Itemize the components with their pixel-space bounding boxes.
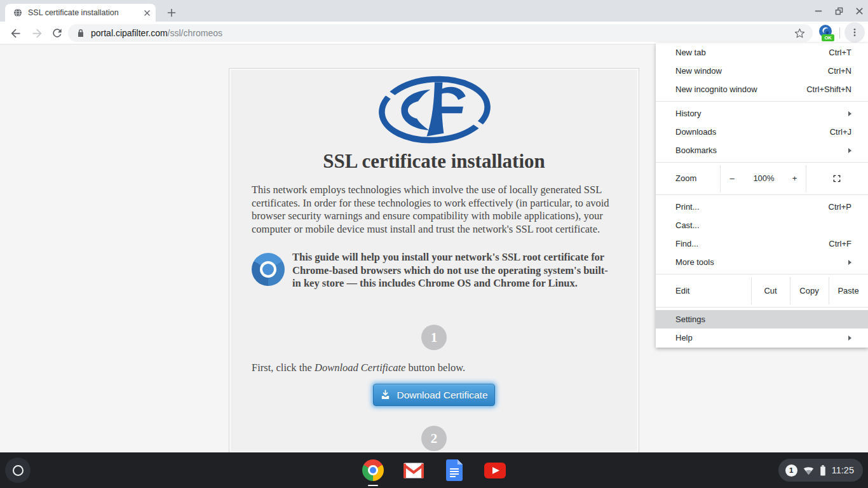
menu-separator	[656, 274, 868, 274]
page-title: SSL certificate installation	[229, 150, 639, 173]
new-tab-button[interactable]	[163, 4, 180, 21]
docs-logo-icon	[446, 459, 463, 481]
shortcut-label: Ctrl+J	[830, 127, 851, 137]
window-close-button[interactable]	[853, 5, 865, 17]
download-certificate-button[interactable]: Download Certificate	[373, 384, 495, 406]
chrome-logo-icon	[362, 459, 384, 481]
tab-title: SSL certificate installation	[28, 8, 144, 17]
tab-strip: SSL certificate installation	[0, 0, 868, 22]
menu-zoom-row: Zoom – 100% +	[656, 165, 868, 192]
youtube-app-icon[interactable]	[484, 459, 506, 481]
url-host: portal.cipafilter.com	[91, 28, 168, 38]
menu-item-new-window[interactable]: New windowCtrl+N	[656, 62, 868, 80]
menu-separator	[656, 101, 868, 102]
menu-item-history[interactable]: History	[656, 104, 868, 123]
menu-item-settings[interactable]: Settings	[656, 310, 868, 329]
zoom-level-value: 100%	[744, 165, 783, 192]
toolbar-divider	[839, 27, 840, 39]
zoom-out-button[interactable]: –	[720, 165, 744, 192]
fullscreen-icon	[832, 174, 841, 183]
menu-item-new-tab[interactable]: New tabCtrl+T	[656, 43, 868, 62]
menu-item-cast[interactable]: Cast...	[656, 216, 868, 234]
submenu-arrow-icon	[848, 336, 851, 341]
menu-item-bookmarks[interactable]: Bookmarks	[656, 141, 868, 159]
menu-item-find[interactable]: Find...Ctrl+F	[656, 234, 868, 253]
browser-menu-button[interactable]	[844, 22, 865, 43]
menu-item-new-incognito-window[interactable]: New incognito windowCtrl+Shift+N	[656, 80, 868, 98]
address-bar[interactable]: portal.cipafilter.com/ssl/chromeos	[68, 24, 813, 42]
docs-app-icon[interactable]	[444, 459, 465, 481]
menu-separator	[656, 307, 868, 308]
guide-note-text: This guide will help you install your ne…	[292, 251, 613, 290]
step-1-instruction: First, click the Download Certificate bu…	[252, 362, 465, 374]
menu-item-more-tools[interactable]: More tools	[656, 253, 868, 271]
shortcut-label: Ctrl+N	[828, 66, 851, 76]
wifi-icon	[803, 466, 814, 475]
menu-item-print[interactable]: Print...Ctrl+P	[656, 198, 868, 216]
paste-button[interactable]: Paste	[829, 277, 868, 304]
youtube-logo-icon	[484, 463, 506, 478]
download-icon	[380, 390, 391, 400]
menu-item-help[interactable]: Help	[656, 329, 868, 347]
chromium-icon	[252, 253, 285, 286]
battery-icon	[820, 465, 826, 476]
shortcut-label: Ctrl+P	[829, 202, 851, 212]
content-card: SSL certificate installation This networ…	[229, 68, 639, 452]
url-path: /ssl/chromeos	[168, 28, 222, 38]
copy-button[interactable]: Copy	[790, 277, 829, 304]
intro-paragraph: This network employs technologies which …	[252, 184, 619, 236]
gmail-app-icon[interactable]	[403, 459, 424, 481]
edit-label: Edit	[675, 277, 689, 304]
shortcut-label: Ctrl+F	[829, 239, 851, 248]
active-app-indicator	[368, 485, 378, 487]
menu-item-downloads[interactable]: DownloadsCtrl+J	[656, 123, 868, 141]
window-restore-button[interactable]	[833, 5, 844, 17]
shelf-app-icons	[362, 459, 506, 481]
refresh-button[interactable]	[50, 25, 65, 41]
fullscreen-button[interactable]	[806, 165, 868, 192]
back-button[interactable]	[8, 25, 23, 41]
forward-button[interactable]	[29, 25, 44, 41]
submenu-arrow-icon	[848, 260, 851, 265]
step-2-badge: 2	[421, 426, 447, 451]
menu-separator	[656, 162, 868, 163]
menu-edit-row: Edit Cut Copy Paste	[656, 277, 868, 304]
cipafilter-logo	[376, 75, 493, 145]
lock-icon[interactable]	[77, 29, 85, 37]
shortcut-label: Ctrl+Shift+N	[806, 85, 851, 94]
browser-toolbar: portal.cipafilter.com/ssl/chromeos OK	[0, 22, 868, 44]
extension-ok-badge: OK	[822, 34, 834, 41]
submenu-arrow-icon	[848, 148, 851, 153]
step-1-badge: 1	[421, 325, 447, 350]
window-minimize-button[interactable]	[813, 5, 824, 17]
launcher-circle-icon	[13, 465, 24, 476]
gmail-logo-icon	[403, 463, 424, 478]
clock: 11:25	[832, 465, 854, 475]
shortcut-label: Ctrl+T	[829, 48, 851, 57]
launcher-button[interactable]	[5, 458, 31, 483]
menu-separator	[656, 194, 868, 195]
zoom-label: Zoom	[675, 165, 696, 192]
bookmark-star-icon[interactable]	[794, 28, 805, 39]
chrome-app-icon[interactable]	[362, 459, 384, 481]
browser-tab[interactable]: SSL certificate installation	[5, 4, 156, 22]
url-text: portal.cipafilter.com/ssl/chromeos	[91, 28, 222, 38]
globe-favicon-icon	[13, 8, 23, 18]
step-1-button-name: Download Certificate	[315, 362, 405, 374]
cut-button[interactable]: Cut	[751, 277, 790, 304]
zoom-in-button[interactable]: +	[783, 165, 806, 192]
browser-dropdown-menu: New tabCtrl+T New windowCtrl+N New incog…	[656, 43, 868, 348]
guide-note-row: This guide will help you install your ne…	[252, 251, 619, 290]
status-tray[interactable]: 1 11:25	[778, 459, 863, 482]
tab-close-icon[interactable]	[144, 10, 151, 17]
chromeos-shelf: 1 11:25	[0, 452, 868, 488]
notification-count-badge: 1	[785, 464, 797, 477]
submenu-arrow-icon	[848, 111, 851, 116]
